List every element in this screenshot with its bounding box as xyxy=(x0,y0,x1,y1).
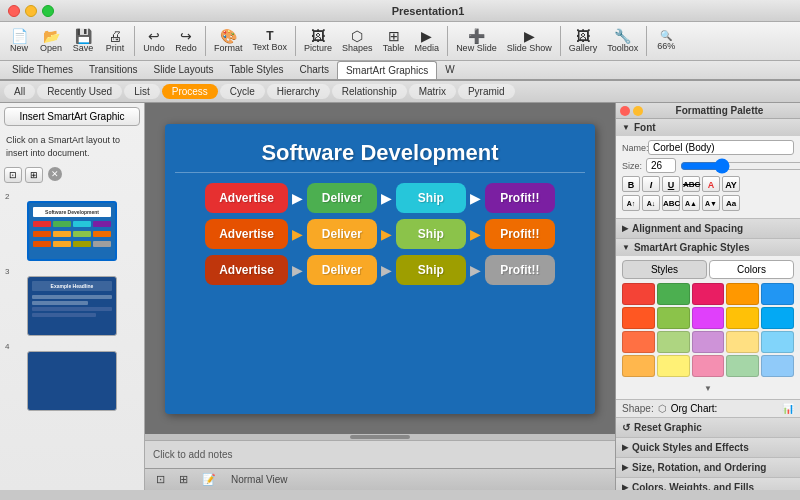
slide-thumb-4[interactable]: 4 xyxy=(0,339,144,414)
color-swatch-r1c2[interactable] xyxy=(692,307,725,329)
shapes-button[interactable]: ⬡Shapes xyxy=(338,27,377,55)
close-panel-button[interactable]: ✕ xyxy=(48,167,62,181)
color-swatch-r1c3[interactable] xyxy=(726,307,759,329)
textbox-button[interactable]: TText Box xyxy=(249,28,292,54)
underline-button[interactable]: U xyxy=(662,176,680,192)
minimize-button[interactable] xyxy=(25,5,37,17)
tab-cycle[interactable]: Cycle xyxy=(220,84,265,99)
color-swatch-r3c1[interactable] xyxy=(657,355,690,377)
toolbox-button[interactable]: 🔧Toolbox xyxy=(603,27,642,55)
color-swatch-r0c0[interactable] xyxy=(622,283,655,305)
font-size-input[interactable] xyxy=(646,158,676,173)
colors-weights-row[interactable]: ▶ Colors, Weights, and Fills xyxy=(616,478,800,490)
open-button[interactable]: 📂Open xyxy=(36,27,66,55)
color-swatch-r3c3[interactable] xyxy=(726,355,759,377)
color-swatch-r0c4[interactable] xyxy=(761,283,794,305)
tab-table-styles[interactable]: Table Styles xyxy=(222,61,292,79)
notes-view-button[interactable]: 📝 xyxy=(199,472,219,487)
color-swatch-r3c0[interactable] xyxy=(622,355,655,377)
scroll-down-area: ▼ xyxy=(622,381,794,393)
newslide-button[interactable]: ➕New Slide xyxy=(452,27,501,55)
font-highlight-button[interactable]: AY xyxy=(722,176,740,192)
ribbon-tabs: Slide Themes Transitions Slide Layouts T… xyxy=(0,61,800,80)
tab-all[interactable]: All xyxy=(4,84,35,99)
new-button[interactable]: 📄New xyxy=(4,27,34,55)
print-button[interactable]: 🖨Print xyxy=(100,27,130,55)
insert-smartart-button[interactable]: Insert SmartArt Graphic xyxy=(4,107,140,126)
tab-w[interactable]: W xyxy=(437,61,462,79)
layout-btn-2[interactable]: ⊞ xyxy=(25,167,43,183)
font-color-button[interactable]: A xyxy=(702,176,720,192)
color-grid xyxy=(622,283,794,377)
color-swatch-r3c2[interactable] xyxy=(692,355,725,377)
smartart-styles-section: ▼ SmartArt Graphic Styles Styles Colors xyxy=(616,239,800,400)
tab-relationship[interactable]: Relationship xyxy=(332,84,407,99)
gallery-button[interactable]: 🖼Gallery xyxy=(565,27,602,55)
tab-list[interactable]: List xyxy=(124,84,160,99)
close-button[interactable] xyxy=(8,5,20,17)
layout-btn-1[interactable]: ⊡ xyxy=(4,167,22,183)
quick-styles-row[interactable]: ▶ Quick Styles and Effects xyxy=(616,438,800,458)
slide-thumb-2[interactable]: 2 Software Development xyxy=(0,189,144,264)
notes-bar[interactable]: Click to add notes xyxy=(145,440,615,468)
picture-button[interactable]: 🖼Picture xyxy=(300,27,336,55)
palette-min-button[interactable] xyxy=(633,106,643,116)
palette-close-button[interactable] xyxy=(620,106,630,116)
color-swatch-r3c4[interactable] xyxy=(761,355,794,377)
caps-button[interactable]: ABC xyxy=(662,195,680,211)
aa-button[interactable]: Aa xyxy=(722,195,740,211)
format-button[interactable]: 🎨Format xyxy=(210,27,247,55)
tab-hierarchy[interactable]: Hierarchy xyxy=(267,84,330,99)
color-swatch-r1c4[interactable] xyxy=(761,307,794,329)
colors-tab[interactable]: Colors xyxy=(709,260,794,279)
subscript-button[interactable]: A↓ xyxy=(642,195,660,211)
bold-button[interactable]: B xyxy=(622,176,640,192)
color-swatch-r2c1[interactable] xyxy=(657,331,690,353)
zoom-button[interactable]: 🔍66% xyxy=(651,29,681,53)
main-slide[interactable]: Software Development Advertise ▶ Deliver… xyxy=(165,124,595,414)
italic-button[interactable]: I xyxy=(642,176,660,192)
tab-transitions[interactable]: Transitions xyxy=(81,61,146,79)
tab-smartart[interactable]: SmartArt Graphics xyxy=(337,61,437,79)
color-swatch-r0c1[interactable] xyxy=(657,283,690,305)
slideshow-button[interactable]: ▶Slide Show xyxy=(503,27,556,55)
color-swatch-r0c3[interactable] xyxy=(726,283,759,305)
font-down-button[interactable]: A▼ xyxy=(702,195,720,211)
color-swatch-r0c2[interactable] xyxy=(692,283,725,305)
redo-button[interactable]: ↪Redo xyxy=(171,27,201,55)
color-swatch-r2c3[interactable] xyxy=(726,331,759,353)
font-name-input[interactable] xyxy=(648,140,794,155)
tab-slide-layouts[interactable]: Slide Layouts xyxy=(146,61,222,79)
save-button[interactable]: 💾Save xyxy=(68,27,98,55)
font-section-header[interactable]: ▼ Font xyxy=(616,119,800,136)
size-rotation-row[interactable]: ▶ Size, Rotation, and Ordering xyxy=(616,458,800,478)
slide-view-button[interactable]: ⊡ xyxy=(153,472,168,487)
reset-graphic-row[interactable]: ↺ Reset Graphic xyxy=(616,418,800,438)
font-up-button[interactable]: A▲ xyxy=(682,195,700,211)
color-swatch-r2c4[interactable] xyxy=(761,331,794,353)
tab-charts[interactable]: Charts xyxy=(291,61,336,79)
superscript-button[interactable]: A↑ xyxy=(622,195,640,211)
table-button[interactable]: ⊞Table xyxy=(379,27,409,55)
font-size-slider[interactable] xyxy=(680,160,800,172)
styles-tab[interactable]: Styles xyxy=(622,260,707,279)
smartart-styles-header[interactable]: ▼ SmartArt Graphic Styles xyxy=(616,239,800,256)
strikethrough-button[interactable]: ABC xyxy=(682,176,700,192)
slide-box-3-1: Advertise xyxy=(205,255,288,285)
tab-recently-used[interactable]: Recently Used xyxy=(37,84,122,99)
color-swatch-r1c0[interactable] xyxy=(622,307,655,329)
tab-matrix[interactable]: Matrix xyxy=(409,84,456,99)
tab-pyramid[interactable]: Pyramid xyxy=(458,84,515,99)
color-swatch-r2c2[interactable] xyxy=(692,331,725,353)
color-swatch-r1c1[interactable] xyxy=(657,307,690,329)
view-label: Normal View xyxy=(231,474,288,485)
media-button[interactable]: ▶Media xyxy=(411,27,444,55)
undo-button[interactable]: ↩Undo xyxy=(139,27,169,55)
slide-thumb-3[interactable]: 3 Example Headline xyxy=(0,264,144,339)
maximize-button[interactable] xyxy=(42,5,54,17)
tab-process[interactable]: Process xyxy=(162,84,218,99)
color-swatch-r2c0[interactable] xyxy=(622,331,655,353)
alignment-section-header[interactable]: ▶ Alignment and Spacing xyxy=(616,219,800,239)
tab-slide-themes[interactable]: Slide Themes xyxy=(4,61,81,79)
outline-view-button[interactable]: ⊞ xyxy=(176,472,191,487)
